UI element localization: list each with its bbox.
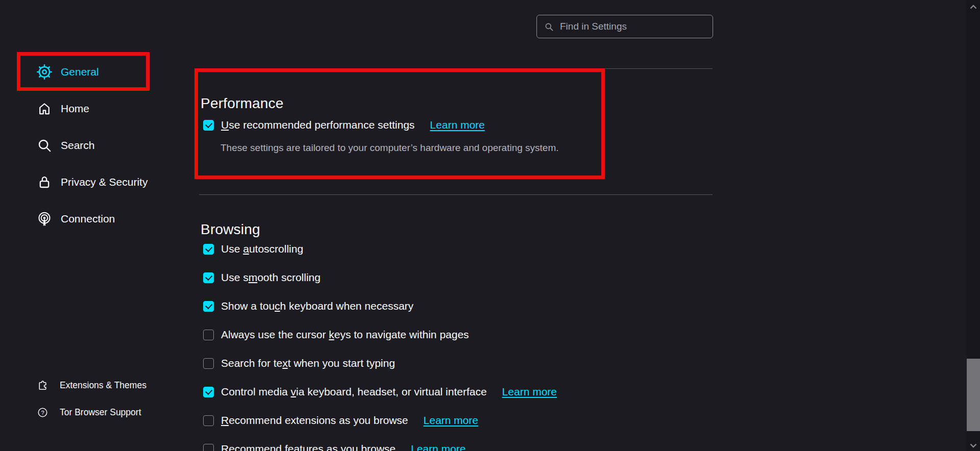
sidebar-item-connection[interactable]: Connection	[17, 208, 150, 230]
checkbox-label[interactable]: Use smooth scrolling	[221, 271, 321, 284]
checkbox-label[interactable]: Control media via keyboard, headset, or …	[221, 386, 487, 398]
scrollbar-thumb[interactable]	[967, 359, 980, 431]
performance-setting-row: Use recommended performance settings Lea…	[203, 119, 485, 131]
sidebar-item-label: Search	[61, 139, 95, 152]
browsing-setting-row: Recommend extensions as you browse Learn…	[203, 415, 557, 426]
sidebar-item-label: Connection	[61, 213, 115, 225]
browsing-setting-row: Use autoscrolling	[203, 243, 557, 255]
search-when-typing-checkbox[interactable]	[203, 358, 214, 369]
search-icon	[544, 22, 554, 32]
help-icon: ?	[37, 407, 48, 418]
browsing-setting-row: Always use the cursor keys to navigate w…	[203, 329, 557, 340]
search-icon	[37, 138, 52, 153]
settings-page: { "colors": { "background": "#1c1b22", "…	[0, 0, 980, 451]
checkbox-label[interactable]: Show a touch keyboard when necessary	[221, 300, 413, 312]
vertical-scrollbar[interactable]	[967, 0, 980, 451]
search-input[interactable]	[559, 20, 705, 33]
section-divider-top	[201, 68, 713, 69]
sidebar-item-general[interactable]: General	[17, 61, 150, 83]
lock-icon	[37, 174, 52, 190]
browsing-settings-list: Use autoscrolling Use smooth scrolling S…	[203, 243, 557, 451]
sidebar-item-label: Home	[61, 103, 89, 115]
sidebar-item-home[interactable]: Home	[17, 97, 150, 120]
touch-keyboard-checkbox[interactable]	[203, 301, 214, 312]
performance-description: These settings are tailored to your comp…	[220, 141, 559, 155]
learn-more-link[interactable]: Learn more	[411, 443, 465, 451]
broadcast-icon	[37, 211, 52, 227]
learn-more-link[interactable]: Learn more	[424, 414, 478, 427]
browsing-section-title: Browsing	[201, 219, 260, 240]
browsing-setting-row: Recommend features as you browse Learn m…	[203, 443, 557, 451]
browsing-setting-row: Use smooth scrolling	[203, 272, 557, 283]
checkbox-label[interactable]: Recommend features as you browse	[221, 443, 396, 451]
sidebar-item-label: Privacy & Security	[61, 176, 148, 188]
checkbox-label[interactable]: Use autoscrolling	[221, 243, 303, 255]
sidebar-item-label: General	[61, 66, 99, 78]
section-divider-middle	[199, 194, 713, 195]
settings-sidebar: General Home Search Privacy & Security	[17, 61, 150, 244]
sidebar-item-privacy-security[interactable]: Privacy & Security	[17, 171, 150, 193]
recommend-extensions-checkbox[interactable]	[203, 415, 214, 426]
browsing-setting-row: Search for text when you start typing	[203, 358, 557, 369]
checkbox-label[interactable]: Search for text when you start typing	[221, 357, 395, 369]
gear-icon	[37, 64, 52, 80]
checkbox-label[interactable]: Always use the cursor keys to navigate w…	[221, 329, 469, 341]
sidebar-item-label: Tor Browser Support	[60, 407, 141, 418]
scroll-down-button[interactable]	[967, 440, 980, 451]
use-smooth-scrolling-checkbox[interactable]	[203, 272, 214, 283]
sidebar-item-tor-browser-support[interactable]: ? Tor Browser Support	[17, 401, 170, 423]
chevron-up-icon	[970, 5, 977, 9]
checkbox-label[interactable]: Recommend extensions as you browse	[221, 414, 408, 427]
use-autoscrolling-checkbox[interactable]	[203, 244, 214, 255]
performance-section-title: Performance	[201, 93, 284, 114]
find-in-settings-field[interactable]	[536, 15, 713, 38]
browsing-setting-row: Show a touch keyboard when necessary	[203, 300, 557, 312]
sidebar-footer: Extensions & Themes ? Tor Browser Suppor…	[17, 374, 170, 428]
performance-learn-more-link[interactable]: Learn more	[430, 119, 484, 131]
scroll-up-button[interactable]	[967, 1, 980, 12]
cursor-keys-navigation-checkbox[interactable]	[203, 330, 214, 340]
sidebar-item-extensions-themes[interactable]: Extensions & Themes	[17, 374, 170, 396]
chevron-down-icon	[970, 443, 977, 448]
puzzle-icon	[37, 380, 48, 391]
control-media-checkbox[interactable]	[203, 387, 214, 397]
home-icon	[37, 101, 52, 116]
learn-more-link[interactable]: Learn more	[502, 386, 557, 398]
use-recommended-performance-checkbox[interactable]	[203, 120, 214, 131]
sidebar-item-label: Extensions & Themes	[60, 380, 146, 391]
sidebar-item-search[interactable]: Search	[17, 134, 150, 157]
recommend-features-checkbox[interactable]	[203, 444, 214, 451]
checkbox-label[interactable]: Use recommended performance settings	[221, 119, 414, 131]
browsing-setting-row: Control media via keyboard, headset, or …	[203, 386, 557, 397]
svg-text:?: ?	[41, 409, 44, 415]
